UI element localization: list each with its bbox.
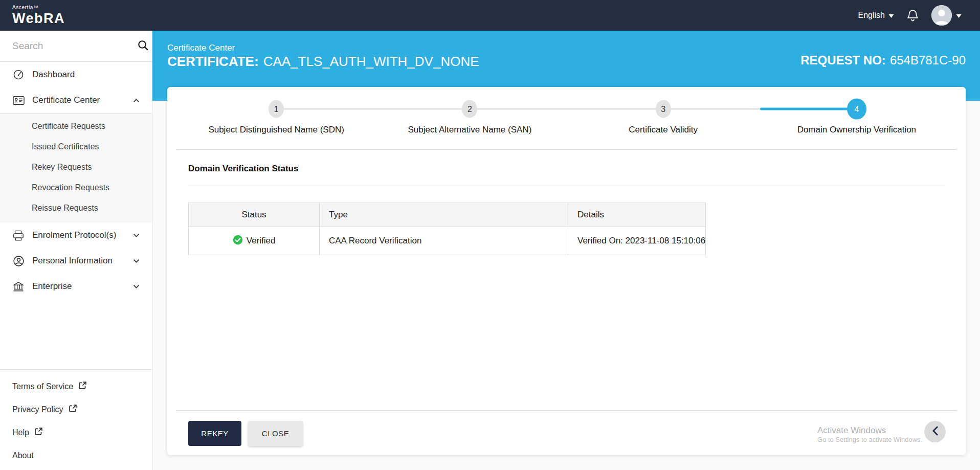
language-selector[interactable]: English bbox=[858, 11, 894, 20]
step-3-circle[interactable]: 3 bbox=[656, 100, 671, 118]
watermark-line2: Go to Settings to activate Windows. bbox=[817, 436, 922, 444]
step-4-circle[interactable]: 4 bbox=[847, 99, 866, 120]
sidebar-item-enrolment-protocols[interactable]: Enrolment Protocol(s) bbox=[0, 222, 152, 248]
request-number: REQUEST NO:654B781C-90 bbox=[800, 53, 966, 68]
help-link[interactable]: Help bbox=[0, 421, 152, 444]
page-title: CERTIFICATE:CAA_TLS_AUTH_WITH_DV_NONE bbox=[167, 54, 479, 70]
privacy-policy-link[interactable]: Privacy Policy bbox=[0, 398, 152, 421]
sidebar-item-label: Enrolment Protocol(s) bbox=[32, 230, 116, 240]
rekey-button[interactable]: REKEY bbox=[188, 421, 241, 446]
column-header-details: Details bbox=[568, 203, 706, 227]
sidebar-item-enterprise[interactable]: Enterprise bbox=[0, 274, 152, 299]
step-4-label[interactable]: Domain Ownership Verification bbox=[760, 125, 953, 135]
link-label: Privacy Policy bbox=[12, 405, 63, 414]
collapse-panel-button[interactable] bbox=[924, 421, 946, 442]
request-number-value: 654B781C-90 bbox=[890, 53, 966, 67]
step-3-label[interactable]: Certificate Validity bbox=[567, 125, 760, 135]
content-card: 1 2 3 4 Subject Distinguished Name (SDN)… bbox=[167, 87, 966, 455]
sidebar: Dashboard Certificate Center Certificate… bbox=[0, 31, 152, 470]
details-cell: Verified On: 2023-11-08 15:10:06 bbox=[568, 227, 706, 255]
sidebar-search bbox=[0, 31, 152, 62]
divider bbox=[188, 186, 945, 186]
link-label: Terms of Service bbox=[12, 382, 73, 391]
chevron-down-icon bbox=[133, 284, 140, 289]
language-label: English bbox=[858, 11, 885, 20]
divider bbox=[176, 410, 956, 411]
column-header-status: Status bbox=[189, 203, 320, 227]
sidebar-item-dashboard[interactable]: Dashboard bbox=[0, 62, 152, 87]
external-link-icon bbox=[78, 381, 87, 392]
column-header-type: Type bbox=[320, 203, 568, 227]
certificate-icon bbox=[12, 96, 25, 105]
about-link[interactable]: About bbox=[0, 444, 152, 467]
chevron-down-icon bbox=[133, 259, 140, 263]
terms-of-service-link[interactable]: Terms of Service bbox=[0, 375, 152, 398]
request-number-label: REQUEST NO: bbox=[800, 53, 886, 67]
sidebar-item-rekey-requests[interactable]: Rekey Requests bbox=[0, 157, 152, 177]
search-input[interactable] bbox=[12, 40, 138, 52]
brand-product: WebRA bbox=[12, 12, 65, 26]
sidebar-item-certificate-center[interactable]: Certificate Center bbox=[0, 87, 152, 113]
sidebar-item-reissue-requests[interactable]: Reissue Requests bbox=[0, 198, 152, 218]
brand-logo[interactable]: Ascertia™ WebRA bbox=[12, 5, 65, 26]
domain-verification-table: Status Type Details Verified bbox=[188, 203, 706, 255]
sidebar-item-label: Certificate Center bbox=[32, 95, 100, 105]
step-2-circle[interactable]: 2 bbox=[462, 100, 477, 118]
printer-icon bbox=[12, 230, 25, 241]
search-icon[interactable] bbox=[138, 40, 148, 53]
status-text: Verified bbox=[247, 236, 276, 246]
caret-down-icon bbox=[956, 11, 962, 20]
certificate-center-submenu: Certificate Requests Issued Certificates… bbox=[0, 113, 152, 222]
breadcrumb: Certificate Center bbox=[167, 43, 235, 53]
page-title-label: CERTIFICATE: bbox=[167, 54, 259, 69]
avatar bbox=[931, 5, 952, 26]
external-link-icon bbox=[69, 404, 77, 415]
top-bar: Ascertia™ WebRA English bbox=[0, 0, 980, 31]
table-header-row: Status Type Details bbox=[189, 203, 706, 227]
person-icon bbox=[12, 255, 25, 267]
divider bbox=[176, 149, 956, 150]
sidebar-item-issued-certificates[interactable]: Issued Certificates bbox=[0, 137, 152, 157]
sidebar-item-label: Dashboard bbox=[32, 70, 75, 80]
notifications-bell-icon[interactable] bbox=[906, 9, 919, 23]
link-label: About bbox=[12, 451, 34, 460]
sidebar-footer: Terms of Service Privacy Policy Help Abo… bbox=[0, 369, 152, 470]
stepper-labels: Subject Distinguished Name (SDN) Subject… bbox=[180, 125, 953, 135]
caret-down-icon bbox=[888, 11, 894, 20]
page-title-value: CAA_TLS_AUTH_WITH_DV_NONE bbox=[263, 54, 479, 69]
gauge-icon bbox=[12, 69, 25, 80]
activate-windows-watermark: Activate Windows Go to Settings to activ… bbox=[817, 425, 922, 444]
sidebar-item-label: Enterprise bbox=[32, 281, 72, 292]
sidebar-item-revocation-requests[interactable]: Revocation Requests bbox=[0, 177, 152, 198]
submenu-label: Certificate Requests bbox=[32, 122, 105, 131]
verified-check-icon bbox=[233, 235, 243, 248]
table-row: Verified CAA Record Verification Verifie… bbox=[189, 227, 706, 255]
link-label: Help bbox=[12, 428, 29, 437]
submenu-label: Revocation Requests bbox=[32, 183, 109, 192]
submenu-label: Issued Certificates bbox=[32, 142, 99, 151]
wizard-stepper: 1 2 3 4 bbox=[180, 98, 953, 120]
step-1-label[interactable]: Subject Distinguished Name (SDN) bbox=[180, 125, 373, 135]
external-link-icon bbox=[34, 427, 43, 438]
stepper-progress-line bbox=[760, 108, 857, 110]
brand-company: Ascertia™ bbox=[12, 5, 65, 10]
watermark-line1: Activate Windows bbox=[817, 425, 922, 436]
type-cell: CAA Record Verification bbox=[320, 227, 568, 255]
step-2-label[interactable]: Subject Alternative Name (SAN) bbox=[373, 125, 566, 135]
section-title: Domain Verification Status bbox=[188, 164, 298, 174]
step-1-circle[interactable]: 1 bbox=[269, 100, 284, 118]
chevron-down-icon bbox=[133, 233, 140, 238]
bank-icon bbox=[12, 281, 25, 292]
action-buttons: REKEY CLOSE bbox=[188, 421, 303, 446]
status-cell: Verified bbox=[189, 227, 320, 255]
submenu-label: Reissue Requests bbox=[32, 204, 98, 213]
main-area: Certificate Center CERTIFICATE:CAA_TLS_A… bbox=[152, 31, 980, 470]
user-menu[interactable] bbox=[931, 5, 962, 26]
sidebar-item-personal-information[interactable]: Personal Information bbox=[0, 248, 152, 274]
chevron-up-icon bbox=[133, 98, 140, 103]
sidebar-item-certificate-requests[interactable]: Certificate Requests bbox=[0, 116, 152, 137]
submenu-label: Rekey Requests bbox=[32, 163, 92, 172]
sidebar-item-label: Personal Information bbox=[32, 256, 113, 266]
close-button[interactable]: CLOSE bbox=[248, 421, 303, 446]
chevron-left-icon bbox=[932, 426, 939, 438]
